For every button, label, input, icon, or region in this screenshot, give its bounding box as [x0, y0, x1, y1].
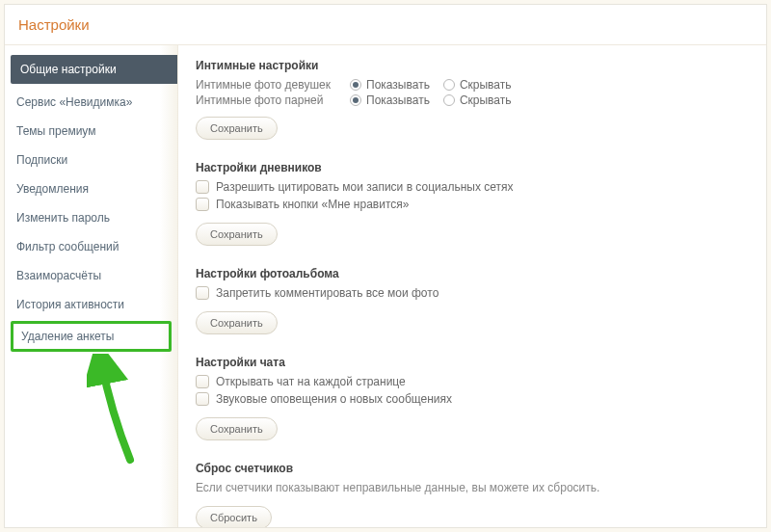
radio-dot-icon [350, 94, 361, 106]
sidebar-item-invisible[interactable]: Сервис «Невидимка» [5, 88, 177, 117]
save-button[interactable]: Сохранить [196, 223, 278, 246]
sidebar-item-themes[interactable]: Темы премиум [5, 117, 177, 146]
section-title: Настройки дневников [196, 161, 749, 174]
radio-dot-icon [443, 94, 455, 106]
radio-hide[interactable]: Скрывать [443, 78, 512, 92]
reset-button[interactable]: Сбросить [196, 506, 272, 527]
section-title: Настройки фотоальбома [196, 267, 749, 280]
radio-show[interactable]: Показывать [350, 78, 430, 92]
section-counters: Сброс счетчиков Если счетчики показывают… [196, 462, 749, 527]
annotation-arrow-icon [87, 354, 154, 469]
row-label: Интимные фото парней [196, 93, 350, 107]
save-button[interactable]: Сохранить [196, 117, 278, 140]
checkbox[interactable] [196, 180, 209, 194]
checkbox-label: Запретить комментировать все мои фото [216, 286, 439, 300]
checkbox-label: Открывать чат на каждой странице [216, 375, 406, 388]
section-title: Сброс счетчиков [196, 462, 749, 475]
section-chat: Настройки чата Открывать чат на каждой с… [196, 356, 749, 440]
save-button[interactable]: Сохранить [196, 311, 278, 334]
checkbox[interactable] [196, 198, 209, 211]
sidebar-item-delete-profile[interactable]: Удаление анкеты [11, 321, 172, 352]
radio-dot-icon [443, 79, 455, 91]
sidebar-item-message-filter[interactable]: Фильтр сообщений [5, 232, 177, 261]
page-title: Настройки [18, 16, 753, 33]
page-header: Настройки [5, 5, 766, 45]
section-title: Настройки чата [196, 356, 749, 369]
sidebar-item-settlements[interactable]: Взаиморасчёты [5, 261, 177, 290]
section-description: Если счетчики показывают неправильные да… [196, 481, 749, 494]
row-label: Интимные фото девушек [196, 78, 350, 92]
checkbox[interactable] [196, 392, 209, 406]
save-button[interactable]: Сохранить [196, 417, 278, 440]
section-diaries: Настройки дневников Разрешить цитировать… [196, 161, 749, 246]
radio-dot-icon [350, 79, 361, 91]
radio-show[interactable]: Показывать [350, 93, 430, 107]
checkbox[interactable] [196, 375, 209, 388]
section-intimate: Интимные настройки Интимные фото девушек… [196, 59, 749, 140]
section-album: Настройки фотоальбома Запретить комменти… [196, 267, 749, 334]
settings-sidebar: Общие настройки Сервис «Невидимка» Темы … [5, 45, 178, 527]
radio-hide[interactable]: Скрывать [443, 93, 512, 107]
sidebar-item-notifications[interactable]: Уведомления [5, 174, 177, 203]
checkbox-label: Звуковые оповещения о новых сообщениях [216, 392, 452, 406]
sidebar-item-general[interactable]: Общие настройки [11, 55, 177, 84]
checkbox-label: Показывать кнопки «Мне нравится» [216, 198, 409, 211]
checkbox-label: Разрешить цитировать мои записи в социал… [216, 180, 514, 194]
sidebar-item-subscriptions[interactable]: Подписки [5, 146, 177, 174]
sidebar-item-activity-history[interactable]: История активности [5, 290, 177, 319]
checkbox[interactable] [196, 286, 209, 300]
settings-main: Интимные настройки Интимные фото девушек… [178, 45, 766, 527]
section-title: Интимные настройки [196, 59, 749, 72]
sidebar-item-change-password[interactable]: Изменить пароль [5, 203, 177, 232]
